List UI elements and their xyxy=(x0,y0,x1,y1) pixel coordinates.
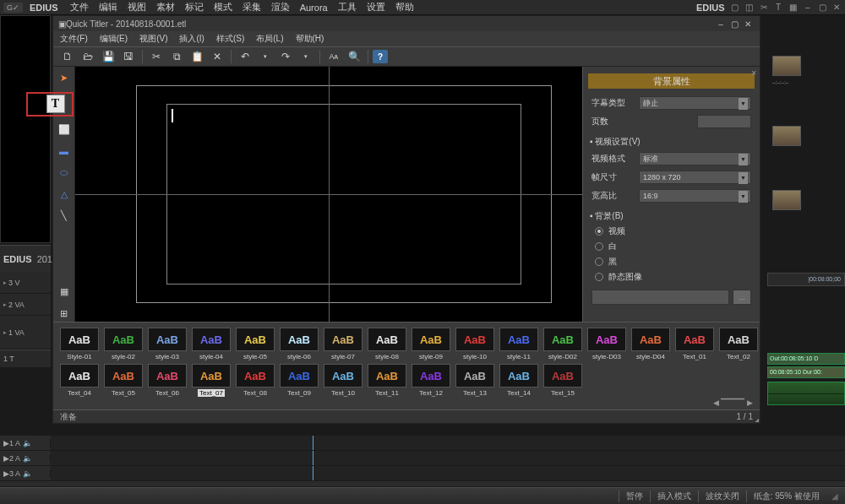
text-icon[interactable]: T xyxy=(774,2,783,14)
text-tool-icon[interactable]: T xyxy=(46,95,65,113)
new-icon[interactable]: 🗋 xyxy=(58,48,77,65)
timeline-track[interactable]: ▶3 A🔈 xyxy=(0,466,845,481)
layout-icon[interactable]: ▢ xyxy=(730,2,739,14)
style-preset[interactable]: AaBstyle-D04 xyxy=(631,328,670,360)
resize-grip-icon[interactable]: ◢ xyxy=(831,491,838,501)
bg-radio-still[interactable]: 静态图像 xyxy=(583,269,760,285)
titler-titlebar[interactable]: ▣ Quick Titler - 20140818-0001.etl – ▢ ✕ xyxy=(53,16,760,31)
selection-tool-icon[interactable]: ➤ xyxy=(56,70,73,87)
track-row[interactable]: ▸2 VA xyxy=(0,294,51,316)
speaker-icon[interactable]: 🔈 xyxy=(23,469,32,478)
titler-menu-edit[interactable]: 编辑(E) xyxy=(100,33,128,45)
aspect-select[interactable]: 16:9 xyxy=(639,189,751,203)
clip-bar[interactable]: Out:00:08:05:10 D xyxy=(767,353,845,365)
palette-icon[interactable]: ▦ xyxy=(788,2,798,14)
style-preset[interactable]: AaBText_10 xyxy=(324,364,363,397)
timeline-track[interactable]: ▶2 A🔈 xyxy=(0,451,845,466)
triangle-tool-icon[interactable]: △ xyxy=(56,186,73,203)
menu-render[interactable]: 渲染 xyxy=(271,1,290,14)
style-preset[interactable]: AaBText_02 xyxy=(719,328,758,360)
style-preset[interactable]: AaBstyle-02 xyxy=(104,328,143,360)
menu-capture[interactable]: 采集 xyxy=(243,1,261,14)
bg-path-input[interactable] xyxy=(592,290,729,305)
line-tool-icon[interactable]: ╲ xyxy=(56,208,73,225)
image-tool-icon[interactable]: ⬜ xyxy=(56,122,73,138)
align-icon[interactable]: ⊞ xyxy=(56,306,73,322)
menu-view[interactable]: 视图 xyxy=(128,1,146,14)
bg-radio-video[interactable]: 视频 xyxy=(583,224,760,239)
track-row[interactable]: ▸3 V xyxy=(0,272,51,294)
window-icon[interactable]: ◫ xyxy=(744,2,754,14)
style-preset[interactable]: AaBText_14 xyxy=(499,364,538,397)
titler-menu-style[interactable]: 样式(S) xyxy=(216,33,244,45)
track-row[interactable]: 1 T xyxy=(0,350,51,368)
help-icon[interactable]: ? xyxy=(373,50,388,63)
grid-icon[interactable]: ▦ xyxy=(56,284,73,301)
style-preset[interactable]: AaBText_07 xyxy=(192,364,231,397)
redo-dropdown-icon[interactable]: ▾ xyxy=(297,48,315,65)
frame-size-select[interactable]: 1280 x 720 xyxy=(639,171,751,184)
menu-file[interactable]: 文件 xyxy=(70,1,89,14)
style-preset[interactable]: AaBstyle-D03 xyxy=(587,328,626,360)
style-preset[interactable]: AaBText_11 xyxy=(368,364,406,397)
minimize2-icon[interactable]: – xyxy=(803,2,812,14)
open-icon[interactable]: 🗁 xyxy=(79,48,97,65)
cut-icon[interactable]: ✂ xyxy=(147,48,166,65)
delete-icon[interactable]: ✕ xyxy=(208,48,226,65)
zoom-text-icon[interactable]: Aᴀ xyxy=(324,48,343,65)
zoom-icon[interactable]: 🔍 xyxy=(345,48,363,65)
playhead[interactable] xyxy=(313,451,313,465)
panel-close-icon[interactable]: × xyxy=(751,68,756,78)
style-preset[interactable]: AaBText_04 xyxy=(60,364,99,397)
undo-dropdown-icon[interactable]: ▾ xyxy=(256,48,275,65)
playhead[interactable] xyxy=(313,466,313,480)
style-preset[interactable]: AaBstyle-09 xyxy=(412,328,450,360)
video-format-select[interactable]: 标准 xyxy=(639,152,751,165)
style-preset[interactable]: AaBstyle-05 xyxy=(236,328,275,360)
speaker-icon[interactable]: 🔈 xyxy=(23,454,32,463)
style-preset[interactable]: AaBstyle-11 xyxy=(499,328,538,360)
menu-settings[interactable]: 设置 xyxy=(367,1,385,14)
menu-edit[interactable]: 编辑 xyxy=(99,1,117,14)
style-preset[interactable]: AaBText_15 xyxy=(543,364,582,397)
playhead[interactable] xyxy=(313,436,313,450)
undo-icon[interactable]: ↶ xyxy=(236,48,254,65)
menu-help[interactable]: 帮助 xyxy=(395,1,414,14)
menu-marker[interactable]: 标记 xyxy=(185,1,204,14)
style-preset[interactable]: AaBText_12 xyxy=(412,364,450,397)
style-preset[interactable]: AaBText_09 xyxy=(280,364,319,397)
titler-menu-file[interactable]: 文件(F) xyxy=(60,33,88,45)
bg-radio-white[interactable]: 白 xyxy=(583,239,760,254)
bg-radio-black[interactable]: 黑 xyxy=(583,254,760,269)
paste-icon[interactable]: 📋 xyxy=(188,48,206,65)
copy-icon[interactable]: ⧉ xyxy=(167,48,186,65)
style-preset[interactable]: AaBstyle-04 xyxy=(192,328,231,360)
menu-mode[interactable]: 模式 xyxy=(214,1,232,14)
save-icon[interactable]: 💾 xyxy=(99,48,117,65)
styles-scrollbar[interactable]: ◀ ▔▔▔▔ ▶ xyxy=(713,398,753,407)
menu-clip[interactable]: 素材 xyxy=(156,1,175,14)
track-row[interactable]: ▸1 VA xyxy=(0,316,51,350)
browse-button[interactable]: ... xyxy=(733,290,751,305)
menu-aurora[interactable]: Aurora xyxy=(300,3,328,13)
titler-menu-insert[interactable]: 插入(I) xyxy=(179,33,204,45)
clip-thumbnail[interactable] xyxy=(772,190,801,210)
titler-minimize-icon[interactable]: – xyxy=(714,19,728,29)
style-preset[interactable]: AaBText_01 xyxy=(675,328,714,360)
redo-icon[interactable]: ↷ xyxy=(276,48,295,65)
style-preset[interactable]: AaBText_05 xyxy=(104,364,143,397)
title-type-select[interactable]: 静止 xyxy=(639,96,751,110)
style-preset[interactable]: AaBstyle-06 xyxy=(280,328,319,360)
save-as-icon[interactable]: 🖫 xyxy=(119,48,138,65)
clip-thumbnail[interactable] xyxy=(772,126,801,146)
ellipse-tool-icon[interactable]: ⬭ xyxy=(56,165,73,182)
titler-menu-layout[interactable]: 布局(L) xyxy=(256,33,283,45)
titler-menu-view[interactable]: 视图(V) xyxy=(139,33,167,45)
maximize2-icon[interactable]: ▢ xyxy=(817,2,826,14)
style-preset[interactable]: AaBText_06 xyxy=(148,364,187,397)
titler-canvas[interactable] xyxy=(75,67,582,322)
style-preset[interactable]: AaBText_08 xyxy=(236,364,275,397)
style-preset[interactable]: AaBstyle-10 xyxy=(455,328,494,360)
titler-close-icon[interactable]: ✕ xyxy=(741,19,755,29)
style-preset[interactable]: AaBstyle-07 xyxy=(324,328,363,360)
